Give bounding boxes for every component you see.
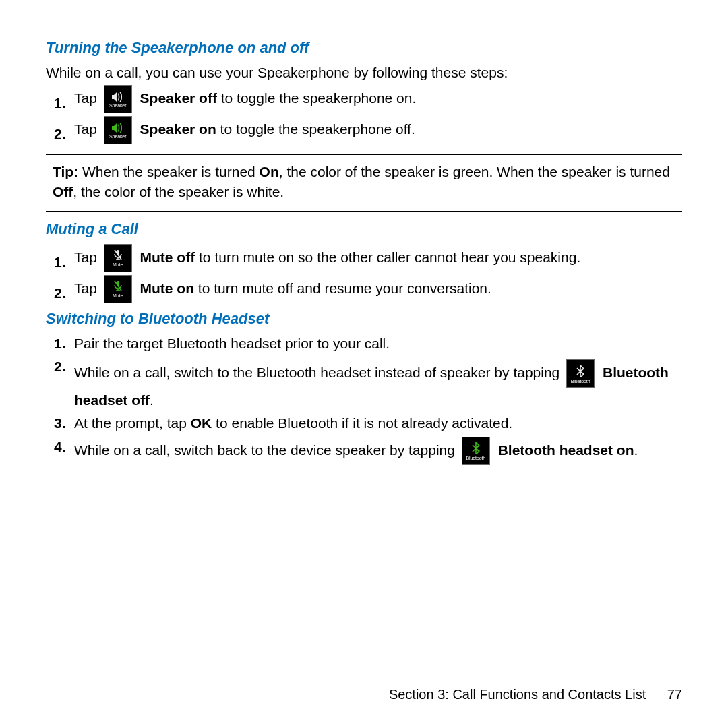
- list-item: Tap Speaker Speaker off to toggle the sp…: [46, 85, 682, 113]
- bold: Mute off: [140, 249, 195, 264]
- icon-label: Mute: [113, 262, 123, 267]
- bold: Speaker off: [140, 90, 217, 106]
- bold: Off: [53, 184, 73, 200]
- text: At the prompt, tap: [74, 415, 191, 431]
- mute-off-icon: Mute: [104, 244, 132, 272]
- list-item: While on a call, switch to the Bluetooth…: [46, 357, 682, 411]
- footer-section: Section 3: Call Functions and Contacts L…: [389, 687, 646, 702]
- text: , the color of the speaker is white.: [73, 184, 284, 200]
- text: to turn mute off and resume your convers…: [194, 280, 491, 295]
- text: Tap: [74, 90, 101, 106]
- bold: Mute on: [140, 280, 194, 295]
- bluetooth-off-icon: Bluetooth: [566, 359, 595, 388]
- text: , the color of the speaker is green. Whe…: [279, 164, 670, 179]
- text: to turn mute on so the other caller cann…: [195, 249, 580, 264]
- list-item: Tap Mute Mute off to turn mute on so the…: [46, 244, 682, 272]
- text: Tap: [74, 249, 101, 264]
- bold: Speaker on: [140, 121, 216, 137]
- icon-label: Speaker: [109, 134, 126, 139]
- text: .: [150, 392, 154, 408]
- text: While on a call, switch to the Bluetooth…: [74, 365, 564, 380]
- list-item: While on a call, switch back to the devi…: [46, 437, 682, 465]
- list-item: Tap Mute Mute on to turn mute off and re…: [46, 275, 682, 303]
- text: to enable Bluetooth if it is not already…: [212, 415, 512, 431]
- bluetooth-steps: Pair the target Bluetooth headset prior …: [46, 334, 682, 465]
- bold: Bletooth headset on: [498, 442, 634, 457]
- list-item: At the prompt, tap OK to enable Bluetoot…: [46, 413, 682, 433]
- speaker-off-icon: Speaker: [104, 85, 132, 113]
- bluetooth-on-icon: Bluetooth: [462, 437, 490, 465]
- text: While on a call, switch back to the devi…: [74, 442, 459, 457]
- text: Tap: [74, 121, 101, 137]
- text: to toggle the speakerphone on.: [217, 90, 416, 106]
- list-item: Tap Speaker Speaker on to toggle the spe…: [46, 116, 682, 144]
- bold: OK: [191, 415, 212, 431]
- tip-label: Tip:: [53, 164, 78, 179]
- list-item: Pair the target Bluetooth headset prior …: [46, 334, 682, 354]
- page-number: 77: [667, 687, 682, 702]
- text: to toggle the speakerphone off.: [216, 121, 415, 137]
- icon-label: Mute: [113, 293, 123, 298]
- divider: [46, 154, 682, 155]
- icon-label: Bluetooth: [466, 456, 485, 460]
- speaker-on-icon: Speaker: [104, 116, 132, 144]
- mute-steps: Tap Mute Mute off to turn mute on so the…: [46, 244, 682, 303]
- speaker-steps: Tap Speaker Speaker off to toggle the sp…: [46, 85, 682, 144]
- icon-label: Speaker: [109, 103, 126, 108]
- tip: Tip: When the speaker is turned On, the …: [46, 162, 682, 202]
- icon-label: Bluetooth: [571, 379, 590, 384]
- text: .: [634, 442, 638, 457]
- speaker-intro: While on a call, you can use your Speake…: [46, 63, 682, 82]
- text: When the speaker is turned: [78, 164, 259, 179]
- bold: On: [260, 164, 279, 179]
- mute-on-icon: Mute: [104, 275, 132, 303]
- text: Tap: [74, 280, 101, 295]
- heading-bluetooth: Switching to Bluetooth Headset: [46, 309, 682, 330]
- heading-mute: Muting a Call: [46, 219, 682, 240]
- heading-speakerphone: Turning the Speakerphone on and off: [46, 38, 682, 59]
- page-footer: Section 3: Call Functions and Contacts L…: [389, 685, 682, 704]
- text: Pair the target Bluetooth headset prior …: [74, 336, 390, 351]
- divider: [46, 211, 682, 212]
